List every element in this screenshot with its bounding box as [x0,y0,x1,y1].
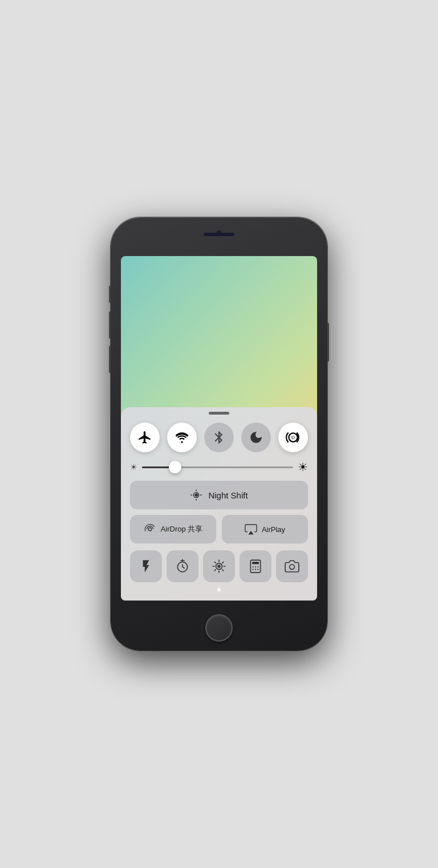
page-indicator-dot [217,588,221,591]
svg-point-27 [257,569,258,570]
airdrop-icon [144,523,156,536]
wifi-toggle[interactable] [167,423,197,452]
phone-frame: ⊙ ☀ ☀ [111,217,327,651]
brightness-track[interactable] [142,467,293,468]
svg-point-28 [290,565,295,570]
earpiece-speaker [204,233,234,236]
brightness-thumb[interactable] [169,461,181,473]
bluetooth-toggle[interactable] [204,423,234,452]
airplane-icon [137,430,152,445]
airplay-icon [245,523,257,536]
control-center-panel: ⊙ ☀ ☀ [121,407,317,601]
svg-point-26 [255,569,256,570]
svg-point-22 [253,566,254,567]
brightness-min-icon: ☀ [130,463,137,472]
toggle-row: ⊙ [130,423,308,452]
night-shift-icon [190,489,202,501]
brightness-slider-row: ☀ ☀ [130,460,308,474]
timer-icon [175,559,190,574]
calculator-button[interactable] [240,550,271,582]
flashlight-icon [139,559,153,574]
airplay-label: AirPlay [262,525,285,534]
flashlight-button[interactable] [130,550,162,582]
phone-screen: ⊙ ☀ ☀ [121,256,317,601]
night-shift-button[interactable]: Night Shift [130,481,308,509]
drag-handle[interactable] [209,412,229,415]
camera-icon [285,559,299,574]
svg-line-16 [222,570,224,571]
svg-line-15 [214,562,216,563]
volume-up-button [109,311,111,339]
timer-button[interactable] [167,550,198,582]
sleep-wake-button [327,323,329,362]
airplane-mode-toggle[interactable] [130,423,160,452]
svg-marker-8 [248,531,253,534]
quick-actions-row [130,550,308,582]
do-not-disturb-toggle[interactable] [241,423,271,452]
svg-line-17 [214,570,216,571]
moon-icon [249,430,263,445]
rotation-lock-icon: ⊙ [286,430,301,445]
calculator-icon [248,559,263,574]
svg-point-19 [217,565,220,567]
camera-quick-button[interactable] [276,550,308,582]
rotation-lock-toggle[interactable]: ⊙ [278,423,308,452]
brightness-max-icon: ☀ [298,460,308,474]
mute-switch [109,286,111,303]
bluetooth-icon [212,430,226,445]
airdrop-button[interactable]: AirDrop 共享 [130,515,216,543]
svg-point-7 [148,528,152,531]
share-row: AirDrop 共享 AirPlay [130,515,308,543]
night-shift-label: Night Shift [208,490,248,500]
volume-down-button [109,346,111,373]
svg-rect-21 [252,562,259,564]
night-shift-quick-icon [212,559,226,574]
airdrop-label: AirDrop 共享 [161,524,203,534]
svg-point-24 [257,566,258,567]
night-shift-quick-button[interactable] [203,550,235,582]
home-button[interactable] [205,614,233,642]
svg-point-23 [255,566,256,567]
svg-text:⊙: ⊙ [291,435,295,440]
svg-point-25 [253,569,254,570]
wifi-icon [175,430,189,445]
svg-line-18 [222,562,224,563]
airplay-button[interactable]: AirPlay [222,515,308,543]
